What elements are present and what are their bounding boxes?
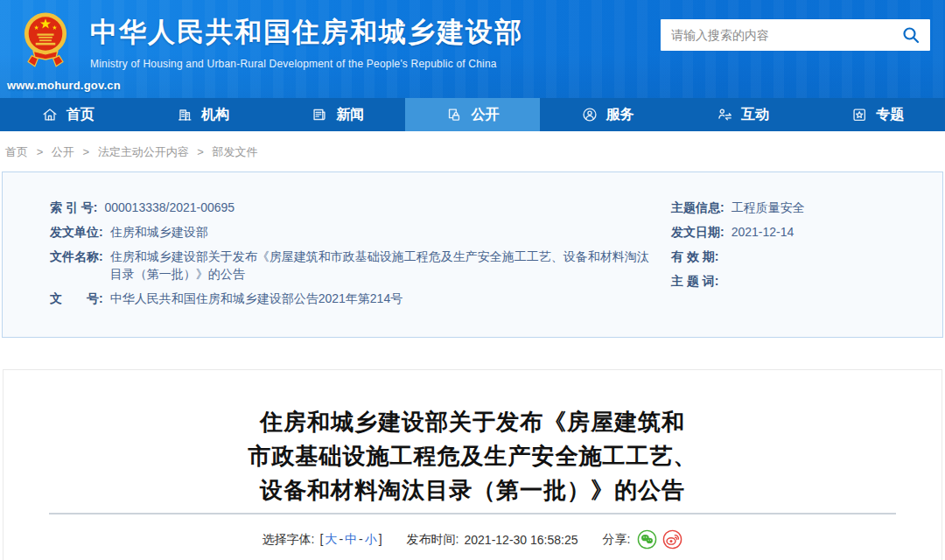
field-value: 000013338/2021-00695: [104, 199, 234, 216]
article-title-line: 设备和材料淘汰目录（第一批）》的公告: [4, 473, 942, 508]
topics-icon: [850, 106, 868, 123]
nav-label: 首页: [66, 106, 94, 124]
site-header: www.mohurd.gov.cn 中华人民共和国住房和城乡建设部 Minist…: [0, 0, 945, 98]
field-value: 住房和城乡建设部关于发布《房屋建筑和市政基础设施工程危及生产安全施工工艺、设备和…: [110, 248, 660, 283]
font-size-selector: [大-中-小]: [319, 532, 382, 548]
nav-item-home[interactable]: 首页: [0, 98, 135, 131]
site-url: www.mohurd.gov.cn: [7, 79, 121, 92]
doc-info-row-subject-info: 主题信息: 工程质量安全: [671, 199, 942, 216]
field-label: 发文单位:: [50, 223, 103, 241]
share-label: 分享:: [603, 532, 631, 548]
font-size-medium-button[interactable]: 中: [345, 532, 357, 546]
doc-info-row-validity-period: 有 效 期:: [671, 248, 942, 265]
document-info-card: 索 引 号: 000013338/2021-00695 发文单位: 住房和城乡建…: [2, 172, 943, 338]
organization-icon: [176, 106, 193, 123]
services-icon: [581, 106, 598, 123]
nav-item-interaction[interactable]: 互动: [675, 98, 809, 131]
site-title-english: Ministry of Housing and Urban-Rural Deve…: [90, 58, 523, 70]
document-info-right-column: 主题信息: 工程质量安全 发文日期: 2021-12-14 有 效 期: 主 题…: [666, 199, 942, 314]
china-national-emblem-icon: [23, 8, 68, 80]
search-icon: [901, 25, 920, 45]
field-value: 中华人民共和国住房和城乡建设部公告2021年第214号: [110, 290, 403, 307]
article-title-line: 住房和城乡建设部关于发布《房屋建筑和: [4, 405, 942, 439]
font-select-label: 选择字体:: [262, 532, 315, 548]
dash: -: [359, 532, 363, 546]
publish-time-label: 发布时间:: [407, 532, 459, 548]
nav-item-topics[interactable]: 专题: [810, 98, 945, 131]
field-label: 有 效 期:: [671, 248, 718, 265]
nav-item-news[interactable]: 新闻: [270, 98, 405, 131]
font-size-small-button[interactable]: 小: [365, 532, 377, 546]
bracket: ]: [379, 532, 382, 546]
dash: -: [339, 532, 343, 546]
doc-info-row-document-number: 文 号: 中华人民共和国住房和城乡建设部公告2021年第214号: [50, 290, 666, 307]
publish-time-value: 2021-12-30 16:58:25: [465, 533, 578, 547]
breadcrumb-item-ministry-documents[interactable]: 部发文件: [213, 145, 258, 158]
nav-item-disclosure[interactable]: 公开: [405, 98, 540, 131]
breadcrumb-separator: >: [82, 145, 89, 158]
article-panel: 住房和城乡建设部关于发布《房屋建筑和 市政基础设施工程危及生产安全施工工艺、 设…: [3, 369, 942, 560]
search-box: [661, 19, 930, 51]
article-meta-bar: 选择字体: [大-中-小] 发布时间: 2021-12-30 16:58:25 …: [4, 529, 942, 550]
search-input[interactable]: [661, 19, 892, 51]
doc-info-row-issuing-unit: 发文单位: 住房和城乡建设部: [50, 223, 666, 241]
doc-info-row-document-name: 文件名称: 住房和城乡建设部关于发布《房屋建筑和市政基础设施工程危及生产安全施工…: [50, 248, 666, 283]
article-title: 住房和城乡建设部关于发布《房屋建筑和 市政基础设施工程危及生产安全施工工艺、 设…: [4, 405, 942, 508]
doc-info-row-issue-date: 发文日期: 2021-12-14: [671, 223, 942, 241]
breadcrumb-item-disclosure[interactable]: 公开: [52, 145, 74, 158]
main-navigation: 首页 机构 新闻 公开 服务 互动: [0, 98, 945, 131]
nav-label: 新闻: [336, 106, 364, 124]
header-titles: 中华人民共和国住房和城乡建设部 Ministry of Housing and …: [90, 14, 523, 70]
field-value: 住房和城乡建设部: [110, 223, 208, 241]
breadcrumb-separator: >: [37, 145, 44, 158]
nav-label: 服务: [606, 106, 634, 124]
nav-label: 机构: [201, 106, 229, 124]
nav-item-organization[interactable]: 机构: [135, 98, 270, 131]
field-value: 工程质量安全: [732, 199, 805, 216]
field-label: 主题信息:: [671, 199, 724, 216]
nav-label: 专题: [876, 106, 904, 124]
wechat-share-icon[interactable]: [637, 529, 657, 550]
field-label: 主 题 词:: [671, 272, 718, 290]
article-title-line: 市政基础设施工程危及生产安全施工工艺、: [4, 439, 942, 473]
title-divider: [49, 513, 896, 514]
share-icons: [637, 529, 682, 550]
search-button[interactable]: [892, 19, 930, 51]
interaction-icon: [716, 106, 733, 123]
news-icon: [311, 106, 328, 123]
home-icon: [41, 106, 59, 123]
weibo-share-icon[interactable]: [662, 529, 682, 550]
document-info-left-column: 索 引 号: 000013338/2021-00695 发文单位: 住房和城乡建…: [3, 199, 666, 314]
breadcrumb-separator: >: [197, 145, 204, 158]
disclosure-icon: [445, 106, 463, 123]
site-title-chinese: 中华人民共和国住房和城乡建设部: [90, 14, 523, 51]
field-label: 文 号:: [50, 290, 103, 307]
doc-info-row-keywords: 主 题 词:: [671, 272, 942, 290]
field-label: 索 引 号:: [50, 199, 97, 216]
nav-label: 公开: [471, 106, 499, 124]
breadcrumb-item-home[interactable]: 首页: [5, 145, 28, 158]
bracket: [: [319, 532, 323, 546]
field-label: 文件名称:: [50, 248, 103, 283]
font-size-large-button[interactable]: 大: [325, 532, 337, 546]
field-value: 2021-12-14: [732, 223, 794, 241]
nav-label: 互动: [741, 106, 769, 124]
nav-item-services[interactable]: 服务: [540, 98, 675, 131]
breadcrumb-item-statutory-content[interactable]: 法定主动公开内容: [98, 145, 189, 158]
field-label: 发文日期:: [671, 223, 724, 241]
breadcrumb: 首页 > 公开 > 法定主动公开内容 > 部发文件: [0, 131, 945, 172]
doc-info-row-index-number: 索 引 号: 000013338/2021-00695: [50, 199, 666, 216]
